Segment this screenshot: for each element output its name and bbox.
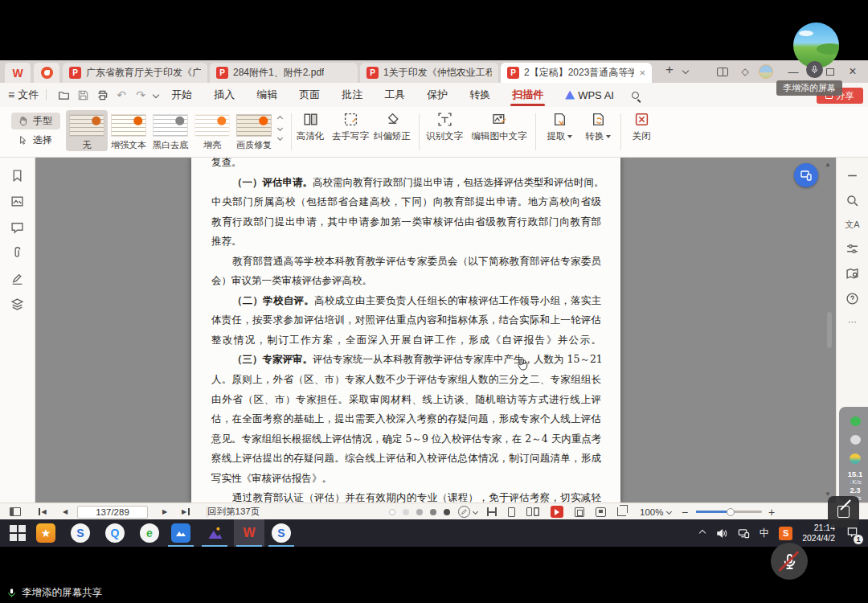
tab-document-1[interactable]: P 广东省教育厅关于印发《广东省 [63, 63, 207, 83]
menu-comment[interactable]: 批注 [342, 83, 362, 107]
extract-button[interactable]: 提取 [542, 112, 577, 142]
volume-icon[interactable] [716, 527, 728, 539]
taskbar-app-qq-browser[interactable]: Q [105, 519, 125, 547]
collapse-icon[interactable] [845, 169, 859, 183]
workspace-button[interactable]: ◇ [736, 65, 754, 78]
taskbar-app-browser-s[interactable]: S [71, 519, 90, 547]
continuous-view-button[interactable] [487, 507, 497, 516]
thumbnail-icon[interactable] [10, 195, 24, 208]
taskbar-app-meeting[interactable] [171, 519, 190, 547]
page-color-dim[interactable] [430, 509, 436, 515]
multi-device-float-button[interactable] [794, 163, 818, 187]
restore-button[interactable] [821, 65, 839, 78]
network-monitor-widget[interactable]: 15.1 ↓K/s 2.3 ↑K/s [839, 407, 868, 503]
tab-document-4-active[interactable]: P 2【定稿】2023普通高等学校 × [501, 63, 652, 83]
page-color-mid[interactable] [416, 509, 423, 515]
page-panel-button[interactable] [575, 507, 584, 517]
next-page-button[interactable]: ▶ [162, 503, 167, 520]
filter-brighten[interactable]: 增亮 [191, 110, 233, 151]
redo-icon[interactable]: ↷ [133, 88, 148, 102]
zoom-level-button[interactable]: 100% [640, 503, 671, 520]
navigate-icon[interactable] [845, 267, 859, 281]
taskbar-app-mountain[interactable] [205, 519, 224, 547]
tab-document-2[interactable]: P 284附件1、附件2.pdf [210, 63, 358, 83]
mute-toggle-button[interactable] [771, 543, 808, 580]
menu-scan-active[interactable]: 扫描件 [512, 83, 543, 107]
menu-wps-ai[interactable]: WPS AI [565, 83, 614, 107]
close-scan-button[interactable]: 关闭 [626, 112, 657, 142]
highlight-pen-button[interactable] [458, 503, 477, 520]
save-icon[interactable] [76, 88, 90, 102]
taskbar-app-360-browser[interactable]: e [140, 519, 159, 547]
gallery-up-icon[interactable] [277, 116, 283, 121]
page-color-dark[interactable] [444, 509, 450, 515]
translate-icon[interactable]: 文A [845, 219, 859, 231]
zoom-out-button[interactable]: − [682, 503, 688, 520]
docer-tab[interactable] [34, 63, 59, 83]
start-button[interactable] [6, 519, 29, 547]
filter-bw-clean[interactable]: 黑白去底 [149, 110, 191, 151]
attachment-icon[interactable] [10, 246, 24, 260]
sogou-input-icon[interactable]: S [779, 527, 792, 540]
search-icon[interactable] [632, 92, 639, 99]
print-icon[interactable] [95, 88, 109, 102]
play-mode-button[interactable] [551, 506, 563, 518]
menu-edit[interactable]: 编辑 [256, 83, 277, 107]
crop-view-button[interactable] [617, 507, 626, 516]
recognize-text-button[interactable]: 识别文字 [424, 112, 465, 142]
double-page-view-button[interactable] [526, 507, 539, 516]
filter-quality-repair[interactable]: 画质修复 [233, 110, 275, 151]
quickbar-chevron-icon[interactable] [153, 92, 159, 98]
help-icon[interactable] [845, 292, 859, 306]
first-page-button[interactable]: ◀ [39, 503, 47, 520]
last-page-button[interactable]: ▶ [182, 503, 190, 520]
undo-icon[interactable]: ↶ [114, 88, 129, 102]
taskbar-app-browser-s2[interactable]: S [272, 519, 291, 547]
layers-icon[interactable] [10, 297, 24, 311]
select-tool-button[interactable]: 选择 [11, 132, 60, 149]
taskbar-app-favorites[interactable]: ★ [36, 519, 55, 547]
menu-start[interactable]: 开始 [171, 83, 192, 107]
minimize-button[interactable]: — [784, 65, 802, 78]
menu-convert[interactable]: 转换 [469, 83, 490, 107]
menu-tools[interactable]: 工具 [384, 83, 405, 107]
single-page-view-button[interactable] [508, 507, 515, 517]
filter-none[interactable]: 无 [66, 110, 108, 151]
new-tab-button[interactable]: + [661, 62, 678, 81]
hand-tool-button[interactable]: 手型 [11, 113, 60, 129]
bookmark-icon[interactable] [10, 169, 24, 183]
page-color-white[interactable] [389, 509, 395, 515]
more-icon[interactable]: ⋯ [848, 317, 857, 327]
fullscreen-button[interactable] [596, 507, 606, 517]
back-to-page-button[interactable]: 回到第137页 [207, 503, 260, 520]
split-view-button[interactable] [714, 65, 731, 78]
signature-icon[interactable] [10, 272, 24, 285]
filter-enhance-text[interactable]: 增强文本 [108, 110, 149, 151]
tab-document-3[interactable]: P 1关于印发《仲恺农业工程学院本 [360, 63, 498, 83]
zoom-in-button[interactable]: + [768, 503, 775, 520]
find-icon[interactable] [845, 194, 859, 207]
adjust-icon[interactable] [845, 242, 859, 256]
menu-protect[interactable]: 保护 [427, 83, 448, 107]
deskew-button[interactable]: 纠偏矫正 [371, 112, 413, 142]
scrollbar-thumb[interactable] [827, 312, 832, 348]
edit-image-text-button[interactable]: 编辑图中文字 [467, 112, 531, 142]
menu-file[interactable]: 文件 [18, 88, 39, 102]
remove-handwriting-button[interactable]: 去手写字 [330, 112, 371, 142]
menu-page[interactable]: 页面 [299, 83, 320, 107]
action-center-button[interactable]: 1 [846, 526, 858, 541]
prev-page-button[interactable]: ◀ [63, 503, 68, 520]
zoom-slider[interactable] [696, 503, 762, 520]
hd-enhance-button[interactable]: 高清化 [293, 112, 328, 142]
network-display-icon[interactable] [738, 527, 750, 539]
tab-close-icon[interactable]: × [639, 68, 645, 78]
gallery-down-icon[interactable] [277, 125, 283, 131]
menu-insert[interactable]: 插入 [214, 83, 235, 107]
taskbar-app-wps[interactable]: W [238, 519, 260, 547]
page-color-light[interactable] [403, 509, 409, 515]
zoom-slider-handle[interactable] [727, 508, 735, 516]
close-window-button[interactable]: × [844, 65, 862, 78]
tray-expand-icon[interactable] [698, 530, 705, 536]
sidebar-toggle-button[interactable] [10, 503, 21, 520]
page-number-input[interactable] [77, 506, 148, 519]
